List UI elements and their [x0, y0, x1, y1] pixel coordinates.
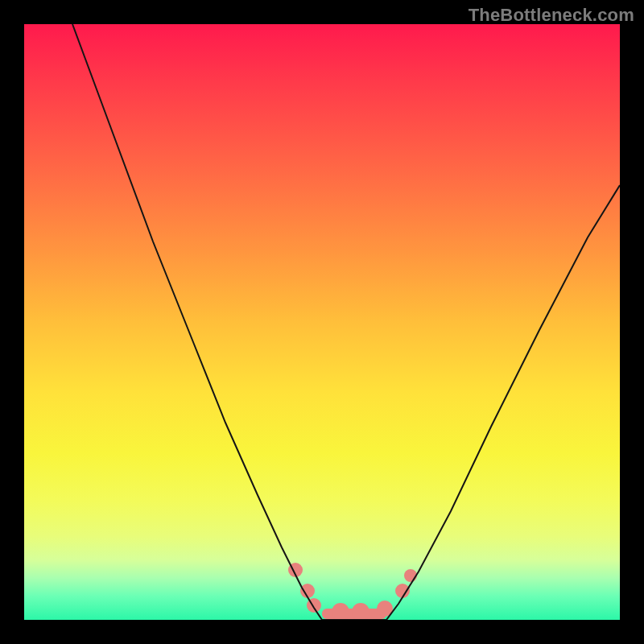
plot-area	[24, 24, 620, 620]
curve-marker	[404, 569, 417, 582]
chart-frame: TheBottleneck.com	[0, 0, 644, 644]
curve-marker	[332, 603, 349, 620]
curve-blobs	[288, 563, 417, 620]
watermark-text: TheBottleneck.com	[469, 5, 634, 26]
bottleneck-curve	[24, 24, 620, 620]
curve-marker	[352, 603, 369, 620]
curve-path	[72, 24, 620, 620]
